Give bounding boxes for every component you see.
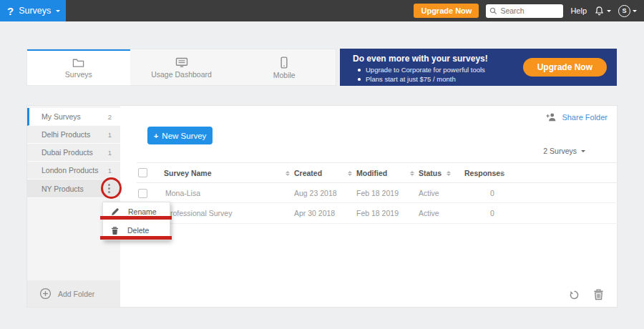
sort-icon[interactable]	[348, 171, 352, 176]
chevron-down-icon	[633, 10, 637, 12]
share-folder-label: Share Folder	[562, 113, 608, 122]
folder-name: Dubai Products	[42, 148, 93, 157]
search-input[interactable]	[500, 6, 557, 15]
add-folder-button[interactable]: Add Folder	[27, 280, 120, 307]
column-header-modified[interactable]: Modified	[356, 169, 387, 177]
pencil-icon	[111, 207, 119, 216]
share-person-icon	[546, 112, 557, 122]
folder-name: NY Products	[42, 185, 84, 193]
folder-count: 1	[108, 131, 112, 139]
folder-icon	[72, 57, 84, 68]
account-menu[interactable]: S	[618, 5, 637, 17]
tab-label: Surveys	[65, 70, 92, 79]
survey-name-link[interactable]: Mona-Lisa	[165, 189, 200, 197]
sidebar-item-dubai-products[interactable]: Dubai Products 1	[27, 144, 120, 162]
tab-mobile[interactable]: Mobile	[233, 49, 336, 85]
survey-name-link[interactable]: Professional Survey	[165, 209, 232, 217]
sidebar-item-ny-products[interactable]: NY Products	[27, 180, 120, 198]
plus-icon: +	[154, 132, 159, 140]
surveys-count-label: 2 Surveys	[543, 147, 577, 155]
search-box[interactable]	[486, 4, 563, 18]
search-icon	[489, 7, 497, 15]
folder-count: 2	[108, 113, 112, 121]
created-cell: Apr 30 2018	[294, 209, 335, 217]
kebab-menu-icon[interactable]	[107, 182, 112, 195]
sidebar-item-delhi-products[interactable]: Delhi Products 1	[27, 126, 120, 144]
sort-icon[interactable]	[410, 171, 414, 176]
table-row: Mona-Lisa Aug 23 2018 Feb 18 2019 Active…	[137, 183, 618, 203]
trash-icon[interactable]	[593, 288, 604, 300]
column-header-responses[interactable]: Responses	[464, 169, 504, 177]
sort-icon[interactable]	[447, 171, 451, 176]
folder-name: London Products	[42, 166, 98, 175]
chevron-down-icon	[607, 10, 611, 12]
row-checkbox[interactable]	[138, 189, 147, 198]
table-footer-actions	[568, 288, 604, 300]
context-menu-delete[interactable]: Delete	[103, 221, 170, 240]
brand-logo-icon: ?	[7, 6, 14, 16]
context-menu-label: Delete	[127, 226, 149, 235]
surveys-count-dropdown[interactable]: 2 Surveys	[543, 147, 585, 155]
responses-cell: 0	[490, 189, 494, 197]
status-cell[interactable]: Active	[419, 189, 439, 197]
responses-cell: 0	[490, 209, 494, 217]
folder-name: Delhi Products	[42, 130, 90, 139]
context-menu-rename[interactable]: Rename	[103, 202, 170, 221]
column-header-created[interactable]: Created	[294, 169, 322, 177]
banner-upgrade-button[interactable]: Upgrade Now	[523, 58, 607, 77]
mobile-icon	[280, 57, 288, 69]
dashboard-icon	[175, 57, 188, 68]
tab-label: Mobile	[273, 71, 296, 79]
upgrade-now-button[interactable]: Upgrade Now	[414, 4, 479, 18]
sidebar-item-london-products[interactable]: London Products 1	[27, 162, 120, 180]
modified-cell: Feb 18 2019	[356, 209, 399, 217]
folder-count: 1	[108, 149, 112, 157]
chevron-down-icon	[56, 10, 60, 12]
help-link[interactable]: Help	[570, 6, 587, 15]
restore-icon[interactable]	[568, 290, 580, 300]
avatar: S	[618, 5, 630, 17]
top-bar: ? Surveys Upgrade Now Help S	[0, 0, 644, 21]
notifications-menu[interactable]	[594, 6, 611, 16]
column-header-survey-name[interactable]: Survey Name	[164, 169, 212, 177]
promo-banner: Do even more with your surveys! Upgrade …	[340, 49, 617, 86]
add-folder-label: Add Folder	[58, 290, 94, 298]
column-header-status[interactable]: Status	[419, 169, 441, 177]
sidebar-item-my-surveys[interactable]: My Surveys 2	[27, 108, 120, 126]
status-cell[interactable]: Active	[419, 209, 439, 217]
folder-context-menu: Rename Delete	[102, 202, 170, 240]
select-all-checkbox[interactable]	[138, 168, 147, 177]
bell-icon	[594, 6, 605, 16]
new-survey-label: New Survey	[162, 132, 206, 140]
tab-usage-dashboard[interactable]: Usage Dashboard	[130, 49, 233, 85]
sort-icon[interactable]	[500, 171, 504, 176]
surveys-panel: My Surveys 2 Delhi Products 1 Dubai Prod…	[26, 105, 618, 308]
folder-name: My Surveys	[42, 112, 81, 121]
tab-surveys[interactable]: Surveys	[27, 49, 130, 85]
tab-label: Usage Dashboard	[151, 70, 212, 79]
table-row: Professional Survey Apr 30 2018 Feb 18 2…	[137, 203, 618, 224]
share-folder-button[interactable]: Share Folder	[546, 112, 608, 122]
sort-icon[interactable]	[286, 171, 290, 176]
modified-cell: Feb 18 2019	[356, 189, 399, 197]
plus-circle-icon	[39, 288, 52, 300]
surveys-table: Survey Name Created Modified Status Resp…	[137, 162, 618, 224]
table-header-row: Survey Name Created Modified Status Resp…	[137, 162, 618, 183]
product-menu-label: Surveys	[19, 6, 51, 16]
new-survey-button[interactable]: + New Survey	[147, 127, 213, 144]
folder-count: 1	[108, 167, 112, 175]
context-menu-label: Rename	[128, 207, 157, 216]
trash-icon	[111, 226, 119, 235]
tab-strip: Surveys Usage Dashboard Mobile	[26, 49, 336, 86]
created-cell: Aug 23 2018	[294, 189, 337, 197]
product-switcher[interactable]: ? Surveys	[0, 0, 66, 21]
chevron-down-icon	[581, 150, 585, 152]
